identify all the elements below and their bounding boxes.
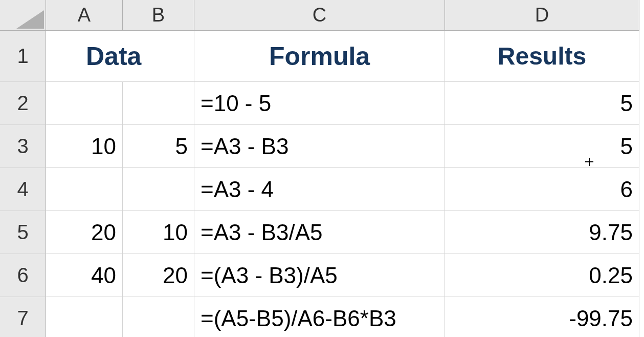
cell-d5[interactable]: 9.75 <box>445 211 639 254</box>
column-header-b[interactable]: B <box>123 0 194 31</box>
cell-a2[interactable] <box>46 82 123 125</box>
cell-d4[interactable]: 6 <box>445 168 639 211</box>
cell-a7[interactable] <box>46 297 123 337</box>
cell-a4[interactable] <box>46 168 123 211</box>
header-data: Data <box>86 41 141 71</box>
row-header-4[interactable]: 4 <box>0 168 46 211</box>
cell-b2[interactable] <box>123 82 194 125</box>
cell-c5[interactable]: =A3 - B3/A5 <box>194 211 445 254</box>
cell-c7[interactable]: =(A5-B5)/A6-B6*B3 <box>194 297 445 337</box>
row-header-2[interactable]: 2 <box>0 82 46 125</box>
cell-a3[interactable]: 10 <box>46 125 123 168</box>
column-header-c[interactable]: C <box>194 0 445 31</box>
cell-c2[interactable]: =10 - 5 <box>194 82 445 125</box>
cell-b1[interactable]: Data <box>123 31 194 82</box>
column-header-d[interactable]: D <box>445 0 639 31</box>
cell-b7[interactable] <box>123 297 194 337</box>
cell-c3[interactable]: =A3 - B3 <box>194 125 445 168</box>
cell-b6[interactable]: 20 <box>123 254 194 297</box>
cell-d1[interactable]: Results <box>445 31 639 82</box>
select-all-corner[interactable] <box>0 0 46 31</box>
cell-c6[interactable]: =(A3 - B3)/A5 <box>194 254 445 297</box>
row-header-7[interactable]: 7 <box>0 297 46 337</box>
row-header-3[interactable]: 3 <box>0 125 46 168</box>
cell-b4[interactable] <box>123 168 194 211</box>
column-header-a[interactable]: A <box>46 0 123 31</box>
row-header-1[interactable]: 1 <box>0 31 46 82</box>
cell-b3[interactable]: 5 <box>123 125 194 168</box>
cell-d3[interactable]: 5 <box>445 125 639 168</box>
cell-a5[interactable]: 20 <box>46 211 123 254</box>
cell-d6[interactable]: 0.25 <box>445 254 639 297</box>
row-header-5[interactable]: 5 <box>0 211 46 254</box>
cell-d2[interactable]: 5 <box>445 82 639 125</box>
spreadsheet-grid: A B C D 1 Data Formula Results 2 =10 - 5… <box>0 0 644 337</box>
cell-d7[interactable]: -99.75 <box>445 297 639 337</box>
cell-b5[interactable]: 10 <box>123 211 194 254</box>
row-header-6[interactable]: 6 <box>0 254 46 297</box>
cell-c1[interactable]: Formula <box>194 31 445 82</box>
cell-c4[interactable]: =A3 - 4 <box>194 168 445 211</box>
cell-a6[interactable]: 40 <box>46 254 123 297</box>
